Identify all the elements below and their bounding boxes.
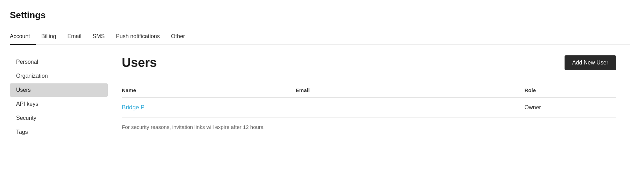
sidebar-item-security[interactable]: Security bbox=[10, 111, 108, 125]
top-nav: Account Billing Email SMS Push notificat… bbox=[10, 29, 630, 45]
user-name-link[interactable]: Bridge P bbox=[122, 104, 145, 111]
sidebar-item-organization[interactable]: Organization bbox=[10, 69, 108, 83]
tab-email[interactable]: Email bbox=[62, 29, 87, 45]
sidebar-item-users[interactable]: Users bbox=[10, 83, 108, 97]
col-header-role: Role bbox=[525, 83, 616, 98]
main-content: Users Add New User Name Email Role Bridg… bbox=[108, 55, 630, 139]
col-header-name: Name bbox=[122, 83, 296, 98]
user-name-cell: Bridge P bbox=[122, 98, 296, 118]
add-new-user-button[interactable]: Add New User bbox=[565, 55, 616, 70]
content-area: Personal Organization Users API keys Sec… bbox=[10, 55, 630, 139]
tab-billing[interactable]: Billing bbox=[36, 29, 62, 45]
user-role-cell: Owner bbox=[525, 98, 616, 118]
tab-push-notifications[interactable]: Push notifications bbox=[110, 29, 165, 45]
main-header: Users Add New User bbox=[122, 55, 616, 70]
tab-other[interactable]: Other bbox=[166, 29, 191, 45]
security-note: For security reasons, invitation links w… bbox=[122, 124, 616, 130]
user-email-cell bbox=[296, 98, 525, 118]
tab-sms[interactable]: SMS bbox=[87, 29, 111, 45]
sidebar-item-tags[interactable]: Tags bbox=[10, 125, 108, 139]
table-header-row: Name Email Role bbox=[122, 83, 616, 98]
sidebar: Personal Organization Users API keys Sec… bbox=[10, 55, 108, 139]
page-container: Settings Account Billing Email SMS Push … bbox=[0, 0, 644, 192]
page-title: Settings bbox=[10, 10, 630, 21]
sidebar-item-api-keys[interactable]: API keys bbox=[10, 97, 108, 111]
table-row: Bridge P Owner bbox=[122, 98, 616, 118]
tab-account[interactable]: Account bbox=[10, 29, 36, 45]
users-table: Name Email Role Bridge P Owner bbox=[122, 83, 616, 118]
col-header-email: Email bbox=[296, 83, 525, 98]
sidebar-item-personal[interactable]: Personal bbox=[10, 55, 108, 69]
users-title: Users bbox=[122, 55, 157, 70]
